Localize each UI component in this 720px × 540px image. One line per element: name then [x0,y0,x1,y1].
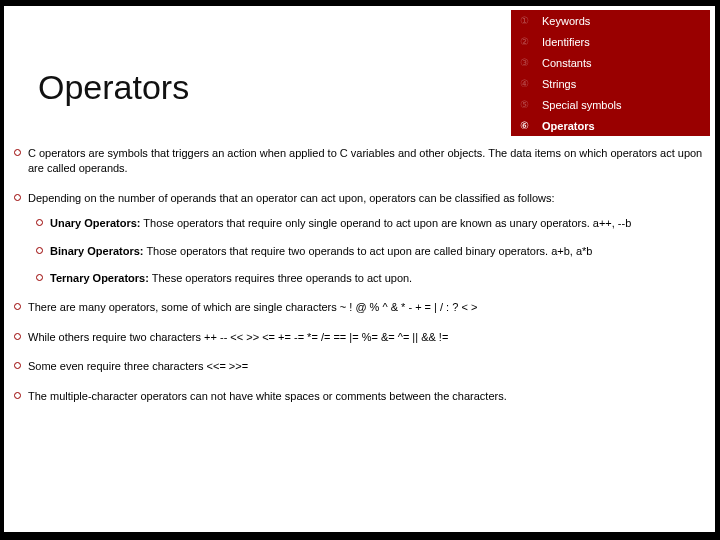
bullet-text: There are many operators, some of which … [28,301,477,313]
subbullet-rest: Those operators that require only single… [140,217,631,229]
legend-label: Keywords [542,15,590,27]
bullet-two-char: While others require two characters ++ -… [12,330,708,345]
body-content: C operators are symbols that triggers an… [12,146,708,418]
legend-num: ⑥ [520,120,542,131]
bullet-single-char: There are many operators, some of which … [12,300,708,315]
slide: Operators ① Keywords ② Identifiers ③ Con… [4,6,715,532]
subbullet-bold: Ternary Operators: [50,272,149,284]
subbullet-binary: Binary Operators: Those operators that r… [28,244,708,259]
legend-label: Special symbols [542,99,621,111]
subbullet-unary: Unary Operators: Those operators that re… [28,216,708,231]
subbullet-bold: Binary Operators: [50,245,144,257]
bullet-text: Some even require three characters <<= >… [28,360,248,372]
legend-row-identifiers: ② Identifiers [511,31,710,52]
bullet-text: C operators are symbols that triggers an… [28,147,702,174]
legend-num: ④ [520,78,542,89]
legend-label: Strings [542,78,576,90]
legend-label: Constants [542,57,592,69]
legend-row-operators: ⑥ Operators [511,115,710,136]
page-title: Operators [38,68,189,107]
bullet-no-whitespace: The multiple-character operators can not… [12,389,708,404]
bullet-text: The multiple-character operators can not… [28,390,507,402]
legend-num: ② [520,36,542,47]
toc-legend: ① Keywords ② Identifiers ③ Constants ④ S… [511,10,710,136]
legend-row-keywords: ① Keywords [511,10,710,31]
subbullet-rest: These operators requires three operands … [149,272,412,284]
bullet-classification: Depending on the number of operands that… [12,191,708,287]
subbullet-bold: Unary Operators: [50,217,140,229]
legend-row-constants: ③ Constants [511,52,710,73]
legend-num: ① [520,15,542,26]
legend-row-special-symbols: ⑤ Special symbols [511,94,710,115]
legend-label: Operators [542,120,595,132]
legend-num: ③ [520,57,542,68]
bullet-text: While others require two characters ++ -… [28,331,448,343]
legend-row-strings: ④ Strings [511,73,710,94]
subbullet-ternary: Ternary Operators: These operators requi… [28,271,708,286]
bullet-text: Depending on the number of operands that… [28,192,555,204]
legend-label: Identifiers [542,36,590,48]
subbullet-rest: Those operators that require two operand… [144,245,593,257]
bullet-intro: C operators are symbols that triggers an… [12,146,708,177]
bullet-three-char: Some even require three characters <<= >… [12,359,708,374]
legend-num: ⑤ [520,99,542,110]
